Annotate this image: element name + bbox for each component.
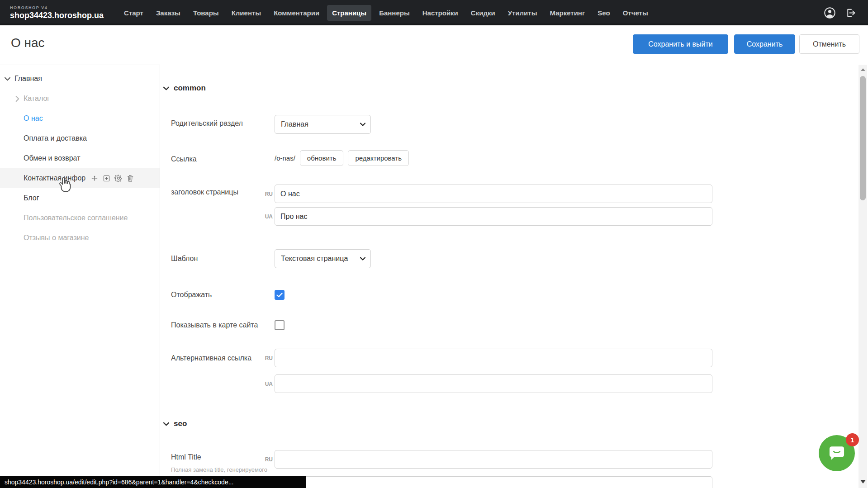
trash-icon[interactable] <box>127 174 134 182</box>
page-title-ua-input[interactable] <box>275 207 712 226</box>
parent-section-select[interactable]: Главная <box>275 115 371 134</box>
logout-icon[interactable] <box>845 7 856 19</box>
template-label: Шаблон <box>171 254 268 263</box>
save-and-exit-button[interactable]: Сохранить и выйти <box>633 34 728 54</box>
cancel-button[interactable]: Отменить <box>799 34 859 54</box>
section-seo-label: seo <box>174 419 187 428</box>
alt-link-ua-input[interactable] <box>275 374 712 393</box>
nav-item-reports[interactable]: Отчеты <box>618 5 653 21</box>
section-common-label: common <box>174 84 206 93</box>
brand-version-label: HOROSHOP V4 <box>10 6 104 10</box>
nav-item-comments[interactable]: Комментарии <box>269 5 324 21</box>
nav-item-banners[interactable]: Баннеры <box>374 5 415 21</box>
html-title-ru-input[interactable] <box>275 450 712 469</box>
scrollbar-thumb[interactable] <box>860 76 866 200</box>
chevron-down-icon <box>360 257 365 261</box>
sidebar-item-label: Главная <box>14 75 42 83</box>
parent-section-value: Главная <box>281 120 360 128</box>
sidebar-item-label: Пользовательское соглашение <box>24 214 128 222</box>
chevron-right-icon[interactable] <box>15 96 19 102</box>
gear-icon[interactable] <box>114 174 123 182</box>
account-icon[interactable] <box>824 7 836 19</box>
display-checkbox[interactable] <box>275 290 285 300</box>
page-title: О нас <box>11 36 45 50</box>
page-title-label: заголовок страницы <box>171 188 268 196</box>
sidebar-item-label: Каталог <box>24 95 50 103</box>
lang-ru-badge: RU <box>261 456 273 463</box>
top-nav-bar: HOROSHOP V4 shop34423.horoshop.ua Старт … <box>0 0 868 25</box>
sitemap-checkbox[interactable] <box>275 320 285 330</box>
page-header: О нас Сохранить и выйти Сохранить Отмени… <box>0 25 868 65</box>
vertical-scrollbar[interactable] <box>859 65 867 488</box>
parent-section-label: Родительский раздел <box>171 119 268 128</box>
lang-ua-badge: UA <box>261 213 273 220</box>
link-preview-statusbar: shop34423.horoshop.ua/edit/edit.php?id=6… <box>0 476 306 488</box>
sidebar-item-user-agreement[interactable]: Пользовательское соглашение <box>0 208 160 228</box>
nav-item-settings[interactable]: Настройки <box>417 5 463 21</box>
chevron-down-icon <box>163 422 169 426</box>
app-root: HOROSHOP V4 shop34423.horoshop.ua Старт … <box>0 0 868 488</box>
main-menu: Старт Заказы Товары Клиенты Комментарии … <box>119 5 653 21</box>
nav-item-pages[interactable]: Страницы <box>327 5 371 21</box>
chevron-down-icon[interactable] <box>5 77 10 81</box>
sidebar-item-contact-info[interactable]: Контактная инфор <box>0 168 160 188</box>
chat-bubble-icon <box>827 444 846 462</box>
sidebar-item-blog[interactable]: Блог <box>0 188 160 208</box>
link-label: Ссылка <box>171 155 268 163</box>
sidebar-item-catalog[interactable]: Каталог <box>0 89 160 109</box>
link-value: /o-nas/ <box>275 154 295 162</box>
chevron-down-icon <box>163 86 169 90</box>
unread-badge: 1 <box>846 433 859 446</box>
sidebar-item-label: Блог <box>24 194 39 202</box>
move-icon[interactable] <box>90 174 99 182</box>
page-title-ru-input[interactable] <box>275 185 712 203</box>
section-common-toggle[interactable]: common <box>163 84 206 93</box>
pages-tree-sidebar: Главная Каталог О нас Оплата и доставка … <box>0 65 160 488</box>
check-icon <box>276 293 283 298</box>
nav-item-marketing[interactable]: Маркетинг <box>545 5 590 21</box>
brand-logo[interactable]: HOROSHOP V4 shop34423.horoshop.ua <box>10 6 104 19</box>
html-title-ua-input[interactable] <box>275 476 712 488</box>
nav-item-start[interactable]: Старт <box>119 5 148 21</box>
nav-item-orders[interactable]: Заказы <box>151 5 185 21</box>
sidebar-item-label: О нас <box>24 114 43 123</box>
sidebar-item-about[interactable]: О нас <box>0 109 160 128</box>
template-select[interactable]: Текстовая страница <box>275 249 371 268</box>
scrollbar-down-button[interactable] <box>859 480 867 485</box>
alt-link-label: Альтернативная ссылка <box>171 354 268 362</box>
sidebar-item-label: Обмен и возврат <box>24 154 80 162</box>
alt-link-ru-input[interactable] <box>275 349 712 367</box>
sidebar-item-home[interactable]: Главная <box>0 69 160 89</box>
sidebar-item-store-reviews[interactable]: Отзывы о магазине <box>0 228 160 248</box>
html-title-label: Html Title <box>171 453 268 461</box>
lang-ru-badge: RU <box>261 355 273 361</box>
nav-item-seo[interactable]: Seo <box>593 5 615 21</box>
scrollbar-up-button[interactable] <box>859 68 867 74</box>
lang-ru-badge: RU <box>261 191 273 197</box>
status-url: shop34423.horoshop.ua/edit/edit.php?id=6… <box>5 479 233 486</box>
nav-item-clients[interactable]: Клиенты <box>227 5 266 21</box>
sidebar-item-exchange-return[interactable]: Обмен и возврат <box>0 148 160 168</box>
save-button[interactable]: Сохранить <box>734 34 795 54</box>
brand-domain-label: shop34423.horoshop.ua <box>10 11 104 19</box>
sidebar-item-label: Оплата и доставка <box>24 134 87 142</box>
template-value: Текстовая страница <box>281 255 360 263</box>
html-title-hint: Полная замена title, генерируемого <box>171 466 273 474</box>
sidebar-item-label: Отзывы о магазине <box>24 234 89 242</box>
page-edit-form: common Родительский раздел Главная Ссылк… <box>160 65 859 488</box>
chevron-down-icon <box>360 123 365 126</box>
link-edit-button[interactable]: редактировать <box>348 150 409 166</box>
nav-item-products[interactable]: Товары <box>188 5 224 21</box>
nav-item-discounts[interactable]: Скидки <box>466 5 500 21</box>
add-page-icon[interactable] <box>103 175 110 182</box>
section-seo-toggle[interactable]: seo <box>163 419 187 428</box>
sidebar-item-payment-delivery[interactable]: Оплата и доставка <box>0 128 160 148</box>
lang-ua-badge: UA <box>261 381 273 387</box>
link-refresh-button[interactable]: обновить <box>300 150 344 166</box>
display-label: Отображать <box>171 290 268 299</box>
sitemap-label: Показывать в карте сайта <box>171 321 268 329</box>
nav-item-utilities[interactable]: Утилиты <box>503 5 542 21</box>
sidebar-item-label: Контактная инфор <box>24 174 85 182</box>
